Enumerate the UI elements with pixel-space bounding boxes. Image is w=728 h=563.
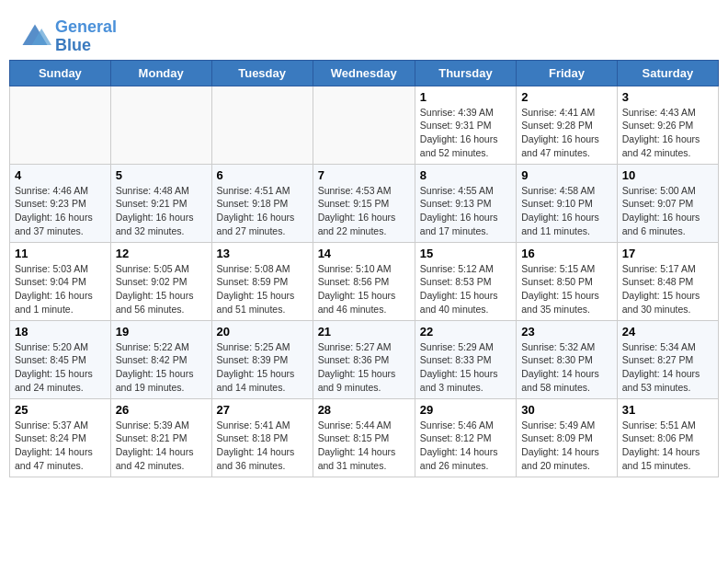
calendar-cell: 14Sunrise: 5:10 AMSunset: 8:56 PMDayligh… bbox=[313, 242, 415, 320]
day-info: Sunrise: 5:05 AMSunset: 9:02 PMDaylight:… bbox=[116, 262, 207, 316]
calendar-cell: 12Sunrise: 5:05 AMSunset: 9:02 PMDayligh… bbox=[110, 242, 211, 320]
day-number: 9 bbox=[521, 168, 612, 182]
day-info: Sunrise: 4:53 AMSunset: 9:15 PMDaylight:… bbox=[318, 184, 410, 238]
day-info: Sunrise: 4:39 AMSunset: 9:31 PMDaylight:… bbox=[420, 106, 511, 160]
day-info: Sunrise: 4:55 AMSunset: 9:13 PMDaylight:… bbox=[420, 184, 511, 238]
week-row-5: 25Sunrise: 5:37 AMSunset: 8:24 PMDayligh… bbox=[10, 398, 719, 477]
logo: General Blue bbox=[18, 18, 117, 55]
calendar-cell: 17Sunrise: 5:17 AMSunset: 8:48 PMDayligh… bbox=[617, 242, 718, 320]
week-row-3: 11Sunrise: 5:03 AMSunset: 9:04 PMDayligh… bbox=[10, 242, 719, 320]
calendar-cell: 7Sunrise: 4:53 AMSunset: 9:15 PMDaylight… bbox=[313, 164, 415, 242]
column-header-wednesday: Wednesday bbox=[313, 60, 415, 86]
calendar-cell: 29Sunrise: 5:46 AMSunset: 8:12 PMDayligh… bbox=[415, 398, 516, 477]
calendar-cell: 26Sunrise: 5:39 AMSunset: 8:21 PMDayligh… bbox=[110, 398, 211, 477]
day-info: Sunrise: 5:15 AMSunset: 8:50 PMDaylight:… bbox=[521, 262, 612, 316]
calendar-cell: 10Sunrise: 5:00 AMSunset: 9:07 PMDayligh… bbox=[617, 164, 718, 242]
day-number: 18 bbox=[15, 325, 106, 339]
calendar-cell: 8Sunrise: 4:55 AMSunset: 9:13 PMDaylight… bbox=[415, 164, 516, 242]
day-info: Sunrise: 5:29 AMSunset: 8:33 PMDaylight:… bbox=[420, 340, 511, 395]
column-header-thursday: Thursday bbox=[415, 60, 516, 86]
column-header-tuesday: Tuesday bbox=[211, 60, 313, 86]
calendar-cell: 6Sunrise: 4:51 AMSunset: 9:18 PMDaylight… bbox=[211, 164, 313, 242]
day-number: 23 bbox=[521, 325, 612, 339]
day-info: Sunrise: 4:48 AMSunset: 9:21 PMDaylight:… bbox=[116, 184, 207, 238]
day-info: Sunrise: 5:41 AMSunset: 8:18 PMDaylight:… bbox=[217, 419, 308, 473]
day-info: Sunrise: 5:34 AMSunset: 8:27 PMDaylight:… bbox=[622, 340, 713, 395]
day-number: 1 bbox=[420, 90, 511, 104]
day-number: 6 bbox=[217, 168, 308, 182]
day-info: Sunrise: 4:58 AMSunset: 9:10 PMDaylight:… bbox=[521, 184, 612, 238]
day-info: Sunrise: 5:08 AMSunset: 8:59 PMDaylight:… bbox=[217, 262, 308, 316]
calendar-cell: 24Sunrise: 5:34 AMSunset: 8:27 PMDayligh… bbox=[617, 320, 718, 398]
day-number: 13 bbox=[217, 247, 308, 260]
day-number: 15 bbox=[420, 247, 511, 260]
calendar-cell: 21Sunrise: 5:27 AMSunset: 8:36 PMDayligh… bbox=[313, 320, 415, 398]
logo-text: General Blue bbox=[55, 18, 117, 55]
calendar-cell: 13Sunrise: 5:08 AMSunset: 8:59 PMDayligh… bbox=[211, 242, 313, 320]
column-header-monday: Monday bbox=[110, 60, 211, 86]
calendar-table: SundayMondayTuesdayWednesdayThursdayFrid… bbox=[9, 60, 719, 477]
calendar-cell bbox=[10, 86, 111, 164]
calendar-cell bbox=[110, 86, 211, 164]
day-number: 5 bbox=[116, 168, 207, 182]
day-number: 25 bbox=[15, 403, 106, 417]
day-info: Sunrise: 5:20 AMSunset: 8:45 PMDaylight:… bbox=[15, 340, 106, 395]
calendar-cell: 15Sunrise: 5:12 AMSunset: 8:53 PMDayligh… bbox=[415, 242, 516, 320]
day-info: Sunrise: 5:17 AMSunset: 8:48 PMDaylight:… bbox=[622, 262, 713, 316]
calendar-cell: 11Sunrise: 5:03 AMSunset: 9:04 PMDayligh… bbox=[10, 242, 111, 320]
calendar-cell: 19Sunrise: 5:22 AMSunset: 8:42 PMDayligh… bbox=[110, 320, 211, 398]
column-header-friday: Friday bbox=[517, 60, 618, 86]
day-number: 16 bbox=[521, 247, 612, 260]
day-number: 22 bbox=[420, 325, 511, 339]
week-row-4: 18Sunrise: 5:20 AMSunset: 8:45 PMDayligh… bbox=[10, 320, 719, 398]
calendar-cell: 28Sunrise: 5:44 AMSunset: 8:15 PMDayligh… bbox=[313, 398, 415, 477]
day-number: 8 bbox=[420, 168, 511, 182]
calendar-header-row: SundayMondayTuesdayWednesdayThursdayFrid… bbox=[10, 60, 719, 86]
day-number: 24 bbox=[622, 325, 713, 339]
day-info: Sunrise: 5:03 AMSunset: 9:04 PMDaylight:… bbox=[15, 262, 106, 316]
day-number: 19 bbox=[116, 325, 207, 339]
day-info: Sunrise: 4:41 AMSunset: 9:28 PMDaylight:… bbox=[521, 106, 612, 160]
day-info: Sunrise: 5:22 AMSunset: 8:42 PMDaylight:… bbox=[116, 340, 207, 395]
day-number: 2 bbox=[521, 90, 612, 104]
day-number: 31 bbox=[622, 403, 713, 417]
day-info: Sunrise: 4:43 AMSunset: 9:26 PMDaylight:… bbox=[622, 106, 713, 160]
week-row-1: 1Sunrise: 4:39 AMSunset: 9:31 PMDaylight… bbox=[10, 86, 719, 164]
calendar-cell: 18Sunrise: 5:20 AMSunset: 8:45 PMDayligh… bbox=[10, 320, 111, 398]
day-number: 26 bbox=[116, 403, 207, 417]
day-number: 27 bbox=[217, 403, 308, 417]
week-row-2: 4Sunrise: 4:46 AMSunset: 9:23 PMDaylight… bbox=[10, 164, 719, 242]
calendar-cell: 30Sunrise: 5:49 AMSunset: 8:09 PMDayligh… bbox=[517, 398, 618, 477]
day-info: Sunrise: 5:00 AMSunset: 9:07 PMDaylight:… bbox=[622, 184, 713, 238]
calendar-cell bbox=[211, 86, 313, 164]
calendar-cell: 23Sunrise: 5:32 AMSunset: 8:30 PMDayligh… bbox=[517, 320, 618, 398]
calendar-cell: 25Sunrise: 5:37 AMSunset: 8:24 PMDayligh… bbox=[10, 398, 111, 477]
calendar-cell bbox=[313, 86, 415, 164]
page-header: General Blue bbox=[9, 9, 719, 60]
calendar-cell: 20Sunrise: 5:25 AMSunset: 8:39 PMDayligh… bbox=[211, 320, 313, 398]
day-number: 14 bbox=[318, 247, 410, 260]
calendar-cell: 22Sunrise: 5:29 AMSunset: 8:33 PMDayligh… bbox=[415, 320, 516, 398]
day-number: 4 bbox=[15, 168, 106, 182]
calendar-cell: 4Sunrise: 4:46 AMSunset: 9:23 PMDaylight… bbox=[10, 164, 111, 242]
day-info: Sunrise: 5:12 AMSunset: 8:53 PMDaylight:… bbox=[420, 262, 511, 316]
calendar-cell: 2Sunrise: 4:41 AMSunset: 9:28 PMDaylight… bbox=[517, 86, 618, 164]
day-number: 29 bbox=[420, 403, 511, 417]
day-number: 21 bbox=[318, 325, 410, 339]
calendar-cell: 27Sunrise: 5:41 AMSunset: 8:18 PMDayligh… bbox=[211, 398, 313, 477]
day-info: Sunrise: 5:51 AMSunset: 8:06 PMDaylight:… bbox=[622, 419, 713, 473]
day-info: Sunrise: 5:32 AMSunset: 8:30 PMDaylight:… bbox=[521, 340, 612, 395]
day-info: Sunrise: 5:10 AMSunset: 8:56 PMDaylight:… bbox=[318, 262, 410, 316]
calendar-cell: 5Sunrise: 4:48 AMSunset: 9:21 PMDaylight… bbox=[110, 164, 211, 242]
column-header-sunday: Sunday bbox=[10, 60, 111, 86]
day-info: Sunrise: 4:46 AMSunset: 9:23 PMDaylight:… bbox=[15, 184, 106, 238]
calendar-cell: 1Sunrise: 4:39 AMSunset: 9:31 PMDaylight… bbox=[415, 86, 516, 164]
day-number: 11 bbox=[15, 247, 106, 260]
day-number: 3 bbox=[622, 90, 713, 104]
day-info: Sunrise: 5:46 AMSunset: 8:12 PMDaylight:… bbox=[420, 419, 511, 473]
calendar-cell: 3Sunrise: 4:43 AMSunset: 9:26 PMDaylight… bbox=[617, 86, 718, 164]
day-info: Sunrise: 5:49 AMSunset: 8:09 PMDaylight:… bbox=[521, 419, 612, 473]
logo-icon bbox=[18, 20, 51, 53]
column-header-saturday: Saturday bbox=[617, 60, 718, 86]
day-info: Sunrise: 4:51 AMSunset: 9:18 PMDaylight:… bbox=[217, 184, 308, 238]
